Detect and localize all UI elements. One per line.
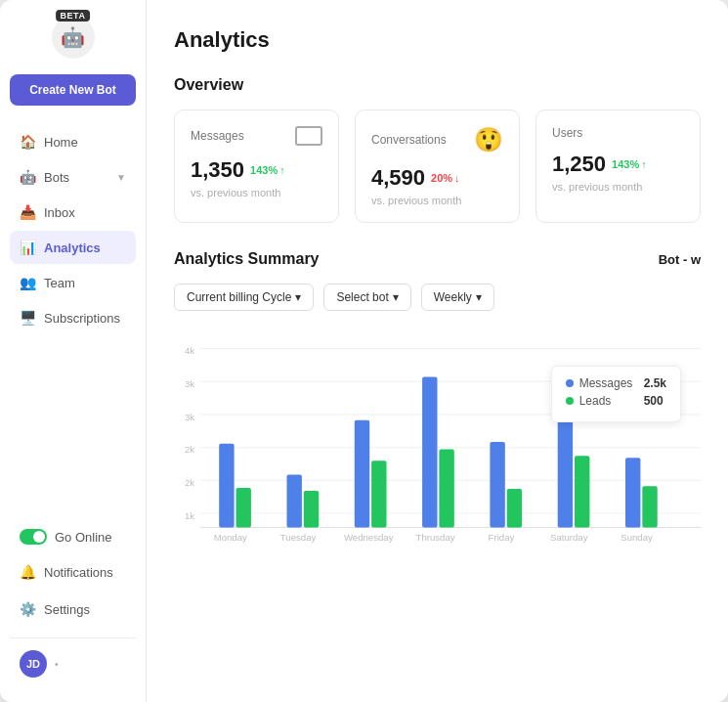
billing-cycle-filter[interactable]: Current billing Cycle ▾ xyxy=(174,284,314,311)
users-badge: 143% ↑ xyxy=(612,158,647,170)
go-online-label: Go Online xyxy=(55,530,112,545)
period-filter[interactable]: Weekly ▾ xyxy=(421,284,494,311)
subscriptions-icon: 🖥️ xyxy=(20,310,36,326)
sidebar-item-team-label: Team xyxy=(44,276,75,290)
tooltip-leads-label: Leads xyxy=(579,394,638,408)
logo-area: BETA 🤖 xyxy=(10,16,136,59)
inbox-icon: 📥 xyxy=(20,204,36,220)
logo-icon: 🤖 xyxy=(52,16,95,59)
svg-text:4k: 4k xyxy=(185,345,194,356)
tooltip-leads-row: Leads 500 xyxy=(566,394,666,408)
tooltip-messages-row: Messages 2.5k xyxy=(566,376,666,390)
select-bot-filter[interactable]: Select bot ▾ xyxy=(323,284,410,311)
svg-rect-15 xyxy=(287,475,302,528)
user-initials: JD xyxy=(26,658,40,670)
sidebar-item-bots[interactable]: 🤖 Bots ▼ xyxy=(10,160,136,194)
conversations-card-value: 4,590 20% ↓ xyxy=(371,165,503,191)
go-online-toggle-row[interactable]: Go Online xyxy=(10,520,136,553)
users-card-label: Users xyxy=(552,126,582,140)
sidebar-item-settings[interactable]: ⚙️ Settings xyxy=(10,592,136,626)
avatar: JD xyxy=(20,650,47,678)
period-label: Weekly xyxy=(434,290,472,304)
sidebar-nav: 🏠 Home 🤖 Bots ▼ 📥 Inbox 📊 Analytics 👥 xyxy=(10,125,136,336)
svg-text:Sunday: Sunday xyxy=(621,532,653,543)
svg-text:2k: 2k xyxy=(185,444,194,455)
select-bot-chevron: ▾ xyxy=(393,290,399,304)
svg-text:1k: 1k xyxy=(185,510,194,521)
select-bot-label: Select bot xyxy=(336,290,388,304)
sidebar-item-team[interactable]: 👥 Team xyxy=(10,266,136,299)
svg-text:Wednesday: Wednesday xyxy=(344,532,394,543)
messages-dot xyxy=(566,379,574,387)
users-card: Users 1,250 143% ↑ vs. previous month xyxy=(535,110,701,223)
svg-text:Tuesday: Tuesday xyxy=(280,532,317,543)
summary-title: Analytics Summary xyxy=(174,250,320,268)
svg-rect-14 xyxy=(236,488,251,527)
create-new-bot-button[interactable]: Create New Bot xyxy=(10,74,136,106)
go-online-toggle[interactable] xyxy=(20,529,47,545)
user-profile-row[interactable]: JD • xyxy=(10,637,136,686)
bot-section-label: Bot - w xyxy=(659,252,701,267)
sidebar-item-subscriptions-label: Subscriptions xyxy=(44,311,120,326)
svg-rect-24 xyxy=(575,456,589,527)
notifications-label: Notifications xyxy=(44,565,113,580)
sidebar-item-inbox-label: Inbox xyxy=(44,205,75,220)
svg-text:Thrusday: Thrusday xyxy=(416,532,455,543)
tooltip-messages-label: Messages xyxy=(579,376,638,390)
conversations-badge: 20% ↓ xyxy=(431,172,460,184)
svg-rect-25 xyxy=(625,458,640,527)
sidebar-item-inbox[interactable]: 📥 Inbox xyxy=(10,196,136,229)
team-icon: 👥 xyxy=(20,275,36,290)
sidebar-item-bots-label: Bots xyxy=(44,170,69,185)
users-vs-text: vs. previous month xyxy=(552,181,684,193)
period-chevron: ▾ xyxy=(476,290,482,304)
billing-cycle-chevron: ▾ xyxy=(295,290,301,304)
sidebar-item-notifications[interactable]: 🔔 Notifications xyxy=(10,555,136,589)
sidebar-item-home-label: Home xyxy=(44,135,78,150)
overview-title: Overview xyxy=(174,76,701,94)
leads-dot xyxy=(566,397,574,405)
messages-card-value: 1,350 143% ↑ xyxy=(191,157,322,183)
main-content: Analytics Overview Messages 1,350 143% ↑… xyxy=(147,0,728,702)
conversations-card: Conversations 😲 4,590 20% ↓ vs. previous… xyxy=(355,110,520,223)
svg-rect-21 xyxy=(490,442,504,528)
sidebar-item-analytics-label: Analytics xyxy=(44,241,101,255)
sidebar: BETA 🤖 Create New Bot 🏠 Home 🤖 Bots ▼ 📥 … xyxy=(0,0,147,702)
conversations-vs-text: vs. previous month xyxy=(371,195,503,206)
sidebar-item-home[interactable]: 🏠 Home xyxy=(10,125,136,158)
settings-label: Settings xyxy=(44,602,90,617)
sidebar-bottom: Go Online 🔔 Notifications ⚙️ Settings JD… xyxy=(10,520,136,686)
user-menu-icon: • xyxy=(55,659,59,670)
messages-card-icon xyxy=(295,126,322,146)
svg-rect-16 xyxy=(304,491,319,528)
beta-badge: BETA xyxy=(56,10,91,22)
filters-row: Current billing Cycle ▾ Select bot ▾ Wee… xyxy=(174,284,701,311)
analytics-chart: 4k 3k 3k 2k 2k 1k xyxy=(174,327,701,551)
svg-rect-22 xyxy=(507,489,522,527)
svg-rect-19 xyxy=(422,376,437,527)
analytics-icon: 📊 xyxy=(20,240,36,255)
sidebar-item-analytics[interactable]: 📊 Analytics xyxy=(10,231,136,264)
bots-icon: 🤖 xyxy=(20,169,36,185)
messages-card-label: Messages xyxy=(191,129,244,143)
svg-rect-18 xyxy=(371,461,386,527)
summary-header: Analytics Summary Bot - w xyxy=(174,250,701,268)
tooltip-leads-value: 500 xyxy=(644,394,664,408)
svg-text:Saturday: Saturday xyxy=(550,532,588,543)
svg-rect-17 xyxy=(355,420,369,528)
svg-rect-23 xyxy=(558,418,573,528)
chart-svg: 4k 3k 3k 2k 2k 1k xyxy=(174,327,701,551)
notification-icon: 🔔 xyxy=(20,564,36,580)
svg-text:Friday: Friday xyxy=(489,532,515,543)
billing-cycle-label: Current billing Cycle xyxy=(187,290,291,304)
messages-card: Messages 1,350 143% ↑ vs. previous month xyxy=(174,110,339,223)
svg-rect-13 xyxy=(219,444,234,528)
svg-text:Monday: Monday xyxy=(214,532,247,543)
sidebar-item-subscriptions[interactable]: 🖥️ Subscriptions xyxy=(10,301,136,334)
chart-tooltip: Messages 2.5k Leads 500 xyxy=(551,366,681,422)
chevron-down-icon: ▼ xyxy=(116,172,126,183)
svg-text:3k: 3k xyxy=(185,412,194,422)
messages-vs-text: vs. previous month xyxy=(191,187,322,198)
users-card-value: 1,250 143% ↑ xyxy=(552,152,684,177)
page-title: Analytics xyxy=(174,27,701,53)
